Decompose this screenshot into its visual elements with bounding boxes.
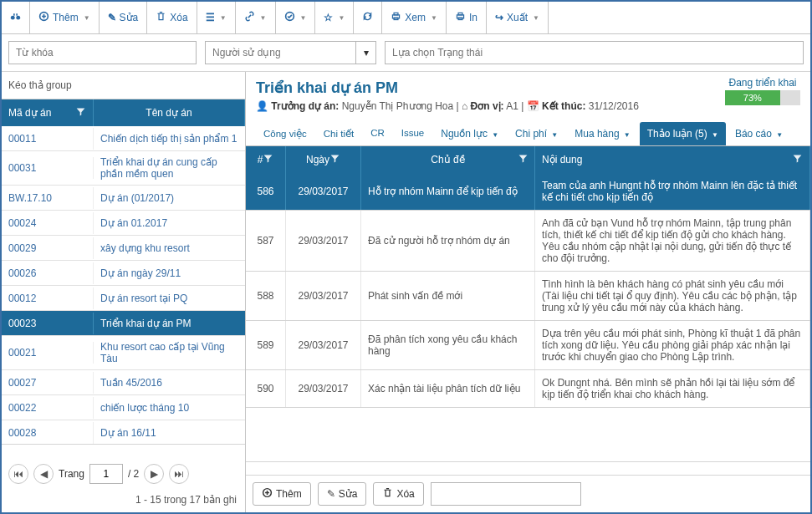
print-button[interactable]: In bbox=[447, 2, 487, 33]
calendar-icon: 📅 bbox=[527, 100, 539, 112]
caret-down-icon: ▼ bbox=[220, 14, 227, 22]
printer-icon bbox=[455, 11, 466, 24]
check-button[interactable]: ▼ bbox=[276, 2, 316, 33]
pager-next-button[interactable]: ▶ bbox=[144, 464, 164, 484]
discuss-footer: Thêm ✎Sửa Xóa bbox=[246, 475, 810, 512]
footer-search-input[interactable] bbox=[431, 482, 581, 506]
group-drop-zone[interactable]: Kéo thả group bbox=[2, 72, 245, 99]
filter-icon[interactable] bbox=[792, 153, 803, 166]
project-row[interactable]: 00012Dự án resort tại PQ bbox=[2, 286, 245, 311]
refresh-icon bbox=[362, 11, 373, 24]
caret-down-icon: ▼ bbox=[492, 131, 498, 139]
project-row[interactable]: 00031Triển khai dự án cung cấp phần mềm … bbox=[2, 151, 245, 186]
row-num: 586 bbox=[246, 173, 286, 210]
svg-rect-10 bbox=[458, 13, 462, 14]
project-row[interactable]: 00029xây dựng khu resort bbox=[2, 236, 245, 261]
tab-resource[interactable]: Nguồn lực ▼ bbox=[433, 122, 506, 145]
row-subject: Đã cử người hỗ trợ nhóm dự án bbox=[361, 211, 535, 271]
filter-icon[interactable] bbox=[263, 153, 273, 166]
user-select[interactable]: ▾ bbox=[205, 41, 376, 64]
pager-prev-button[interactable]: ◀ bbox=[33, 464, 54, 484]
project-grid-header: Mã dự án Tên dự án bbox=[2, 99, 245, 126]
filter-icon[interactable] bbox=[75, 106, 86, 120]
row-body: Team của anh Hungnt hỗ trợ nhóm Mainn lê… bbox=[535, 173, 810, 210]
project-row[interactable]: 00011Chiến dịch tiếp thị sản phẩm 1 bbox=[2, 126, 245, 151]
check-circle-icon bbox=[284, 11, 295, 24]
filter-bar: ▾ bbox=[2, 34, 810, 72]
row-body: Anh đã cử bạn Vund hỗ trợ nhóm Mainn, tậ… bbox=[535, 211, 810, 271]
keyword-input[interactable] bbox=[8, 41, 197, 64]
project-row[interactable]: 00021Khu resort cao cấp tại Vũng Tàu bbox=[2, 336, 245, 370]
row-date: 29/03/2017 bbox=[286, 272, 361, 320]
caret-down-icon[interactable]: ▾ bbox=[356, 41, 376, 64]
view-button[interactable]: Xem▼ bbox=[382, 2, 447, 33]
discuss-row[interactable]: 58629/03/2017Hỗ trợ nhóm Mainn để kịp ti… bbox=[246, 173, 810, 211]
caret-down-icon: ▼ bbox=[260, 14, 267, 22]
pager-first-button[interactable]: ⏮ bbox=[8, 464, 28, 484]
discuss-row[interactable]: 58929/03/2017Đã phân tích xong yêu cầu k… bbox=[246, 321, 810, 370]
project-name: Chiến dịch tiếp thị sản phẩm 1 bbox=[94, 128, 245, 150]
filter-icon[interactable] bbox=[329, 153, 340, 166]
delete-button[interactable]: Xóa bbox=[147, 2, 197, 33]
discuss-row[interactable]: 58829/03/2017Phát sinh vấn đề mớiTình hì… bbox=[246, 272, 810, 321]
refresh-button[interactable] bbox=[354, 2, 382, 33]
main-toolbar: Thêm▼ ✎Sửa Xóa ☰▼ ▼ ▼ ☆▼ Xem▼ In ↪Xuất▼ bbox=[2, 2, 810, 34]
export-button[interactable]: ↪Xuất▼ bbox=[487, 2, 549, 33]
row-subject: Hỗ trợ nhóm Mainn để kịp tiến độ bbox=[361, 173, 535, 210]
caret-down-icon: ▼ bbox=[533, 14, 539, 22]
project-name: xây dựng khu resort bbox=[94, 237, 245, 259]
project-row[interactable]: 00022chiến lược tháng 10 bbox=[2, 395, 245, 420]
status-input[interactable] bbox=[385, 41, 804, 64]
pager-last-button[interactable]: ⏭ bbox=[169, 464, 189, 484]
project-row[interactable]: 00027Tuần 45/2016 bbox=[2, 370, 245, 395]
project-id: 00011 bbox=[2, 128, 94, 150]
row-subject: Xác nhận tài liệu phân tích dữ liệu bbox=[361, 370, 535, 407]
project-title: Triển khai dự án PM bbox=[256, 79, 800, 97]
user-icon: 👤 bbox=[256, 100, 268, 112]
tab-purchase[interactable]: Mua hàng ▼ bbox=[567, 122, 638, 145]
star-icon: ☆ bbox=[324, 12, 333, 23]
project-id: 00024 bbox=[2, 212, 94, 234]
binoculars-button[interactable] bbox=[2, 2, 30, 33]
project-row[interactable]: 00028Dự án 16/11 bbox=[2, 420, 245, 444]
row-body: Ok Dungnt nhá. Bên mình sẽ phản hồi lại … bbox=[535, 370, 810, 407]
project-row[interactable]: BW.17.10Dự án (01/2017) bbox=[2, 186, 245, 211]
project-row[interactable]: 00023Triển khai dự án PM bbox=[2, 311, 245, 336]
discuss-row[interactable]: 59029/03/2017Xác nhận tài liệu phân tích… bbox=[246, 370, 810, 408]
project-name: Triển khai dự án cung cấp phần mềm quen bbox=[94, 151, 245, 185]
pager: ⏮ ◀ Trang / 2 ▶ ⏭ bbox=[2, 457, 245, 491]
add-button[interactable]: Thêm▼ bbox=[30, 2, 100, 33]
edit-button[interactable]: ✎Sửa bbox=[100, 2, 148, 33]
pager-label: Trang bbox=[59, 468, 84, 480]
tab-cr[interactable]: CR bbox=[363, 122, 392, 145]
tab-discuss[interactable]: Thảo luận (5) ▼ bbox=[640, 122, 726, 145]
footer-add-button[interactable]: Thêm bbox=[253, 482, 311, 506]
tab-issue[interactable]: Issue bbox=[394, 122, 432, 145]
filter-icon[interactable] bbox=[518, 153, 529, 166]
project-row[interactable]: 00024Dự án 01.2017 bbox=[2, 211, 245, 236]
svg-rect-7 bbox=[394, 13, 398, 14]
project-name: Dự án 16/11 bbox=[94, 422, 245, 444]
link-button[interactable]: ▼ bbox=[236, 2, 276, 33]
menu-button[interactable]: ☰▼ bbox=[197, 2, 236, 33]
caret-down-icon: ▼ bbox=[551, 131, 558, 139]
tab-task[interactable]: Công việc bbox=[256, 122, 314, 145]
project-id: 00026 bbox=[2, 262, 94, 284]
progress-widget: Đang triển khai 73% bbox=[725, 77, 800, 105]
pager-page-input[interactable] bbox=[89, 464, 123, 484]
row-date: 29/03/2017 bbox=[286, 211, 361, 271]
h-scrollbar[interactable] bbox=[246, 461, 810, 475]
discuss-row[interactable]: 58729/03/2017Đã cử người hỗ trợ nhóm dự … bbox=[246, 211, 810, 272]
project-name: Tuần 45/2016 bbox=[94, 372, 245, 394]
project-rows: 00011Chiến dịch tiếp thị sản phẩm 100031… bbox=[2, 126, 245, 444]
h-scrollbar[interactable] bbox=[2, 444, 245, 457]
tab-report[interactable]: Báo cáo ▼ bbox=[728, 122, 790, 145]
tab-cost[interactable]: Chi phí ▼ bbox=[508, 122, 565, 145]
row-subject: Đã phân tích xong yêu cầu khách hàng bbox=[361, 321, 535, 369]
footer-edit-button[interactable]: ✎Sửa bbox=[318, 482, 367, 506]
project-row[interactable]: 00026Dự án ngày 29/11 bbox=[2, 261, 245, 286]
project-id: 00031 bbox=[2, 157, 94, 179]
footer-delete-button[interactable]: Xóa bbox=[373, 482, 423, 506]
star-button[interactable]: ☆▼ bbox=[315, 2, 354, 33]
tab-detail[interactable]: Chi tiết bbox=[316, 122, 361, 145]
